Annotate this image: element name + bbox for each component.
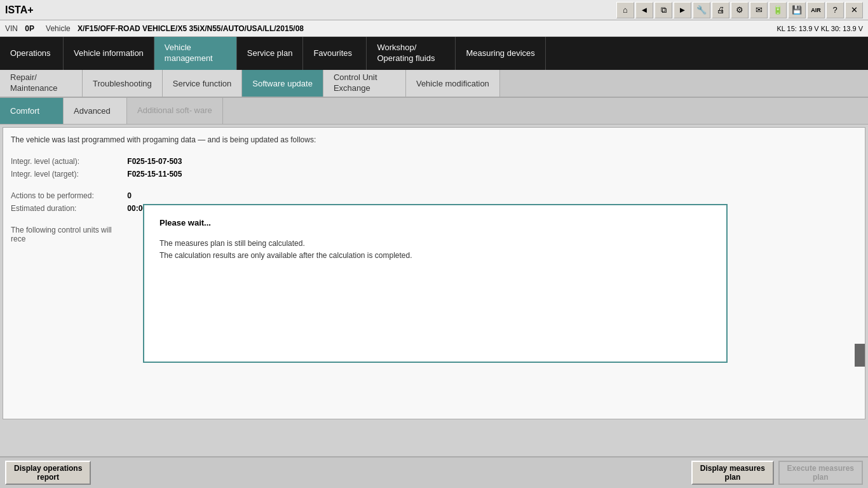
close-icon[interactable]: ✕ <box>845 2 863 18</box>
vehicle-value: X/F15/OFF-ROAD VEHICLE/X5 35iX/N55/AUTO/… <box>78 24 304 33</box>
tab-comfort[interactable]: Comfort <box>0 98 64 124</box>
actions-row: Actions to be performed: 0 <box>11 191 857 200</box>
sub-item-control-unit-exchange[interactable]: Control Unit Exchange <box>323 70 406 97</box>
display-measures-plan-button[interactable]: Display measures plan <box>691 461 774 485</box>
screenshot-icon[interactable]: ⧉ <box>654 2 672 18</box>
control-units-label: The following control units will rece <box>11 226 125 243</box>
intro-text: The vehicle was last programmed with pro… <box>11 135 857 144</box>
email-icon[interactable]: ✉ <box>750 2 768 18</box>
wait-line1: The measures plan is still being calcula… <box>159 238 711 250</box>
back-icon[interactable]: ◄ <box>635 2 653 18</box>
nav-item-favourites[interactable]: Favourites <box>303 37 367 70</box>
sub-item-vehicle-modification[interactable]: Vehicle modification <box>406 70 500 97</box>
sub-nav: Repair/ Maintenance Troubleshooting Serv… <box>0 70 868 98</box>
sub-item-software-update[interactable]: Software update <box>242 70 323 97</box>
tab-advanced[interactable]: Advanced <box>64 98 127 124</box>
wait-body: The measures plan is still being calcula… <box>159 238 711 262</box>
wait-title: Please wait... <box>159 218 711 227</box>
home-icon[interactable]: ⌂ <box>616 2 634 18</box>
tab-bar: Comfort Advanced Additional soft- ware <box>0 98 868 125</box>
vin-label: VIN <box>5 24 18 33</box>
integr-target-value: F025-15-11-505 <box>127 170 182 179</box>
content-area: The vehicle was last programmed with pro… <box>3 127 865 419</box>
execute-measures-plan-button: Execute measures plan <box>778 461 863 485</box>
save-icon[interactable]: 💾 <box>788 2 806 18</box>
duration-label: Estimated duration: <box>11 204 125 213</box>
battery-icon[interactable]: 🔋 <box>769 2 787 18</box>
nav-item-workshop-operating-fluids[interactable]: Workshop/ Operating fluids <box>367 37 456 70</box>
forward-icon[interactable]: ► <box>674 2 691 18</box>
air-icon[interactable]: AIR <box>807 2 825 18</box>
vin-value: 0P <box>25 24 34 33</box>
nav-item-vehicle-information[interactable]: Vehicle information <box>64 37 154 70</box>
toolbar: ⌂ ◄ ⧉ ► 🔧 🖨 ⚙ ✉ 🔋 💾 AIR ? ✕ <box>616 2 863 18</box>
actions-value: 0 <box>127 191 132 200</box>
bottom-bar: Display operations report Display measur… <box>0 456 868 488</box>
integr-actual-value: F025-15-07-503 <box>127 157 182 166</box>
integr-actual-row: Integr. level (actual): F025-15-07-503 <box>11 157 857 166</box>
nav-item-measuring-devices[interactable]: Measuring devices <box>456 37 545 70</box>
nav-item-vehicle-management[interactable]: Vehicle management <box>154 37 237 70</box>
nav-item-service-plan[interactable]: Service plan <box>237 37 304 70</box>
title-bar: ISTA+ ⌂ ◄ ⧉ ► 🔧 🖨 ⚙ ✉ 🔋 💾 AIR ? ✕ <box>0 0 868 20</box>
wait-dialog: Please wait... The measures plan is stil… <box>143 204 728 363</box>
display-operations-report-button[interactable]: Display operations report <box>5 461 91 485</box>
sub-item-service-function[interactable]: Service function <box>163 70 243 97</box>
integr-target-row: Integr. level (target): F025-15-11-505 <box>11 170 857 179</box>
tools-icon[interactable]: ⚙ <box>731 2 749 18</box>
integr-target-label: Integr. level (target): <box>11 170 125 179</box>
nav-item-operations[interactable]: Operations <box>0 37 64 70</box>
help-icon[interactable]: ? <box>826 2 844 18</box>
main-nav: Operations Vehicle information Vehicle m… <box>0 37 868 70</box>
vin-bar: VIN 0P Vehicle X/F15/OFF-ROAD VEHICLE/X5… <box>0 20 868 37</box>
sub-item-troubleshooting[interactable]: Troubleshooting <box>83 70 163 97</box>
scroll-handle[interactable] <box>855 344 865 367</box>
kl-info: KL 15: 13.9 V KL 30: 13.9 V <box>776 25 863 32</box>
app-title: ISTA+ <box>5 4 34 16</box>
wrench-icon[interactable]: 🔧 <box>693 2 710 18</box>
vehicle-label: Vehicle <box>46 24 71 33</box>
wait-line2: The calculation results are only availab… <box>159 250 711 262</box>
integr-actual-label: Integr. level (actual): <box>11 157 125 166</box>
tab-additional-software: Additional soft- ware <box>127 98 223 124</box>
actions-label: Actions to be performed: <box>11 191 125 200</box>
print-icon[interactable]: 🖨 <box>712 2 729 18</box>
sub-item-repair-maintenance[interactable]: Repair/ Maintenance <box>0 70 83 97</box>
